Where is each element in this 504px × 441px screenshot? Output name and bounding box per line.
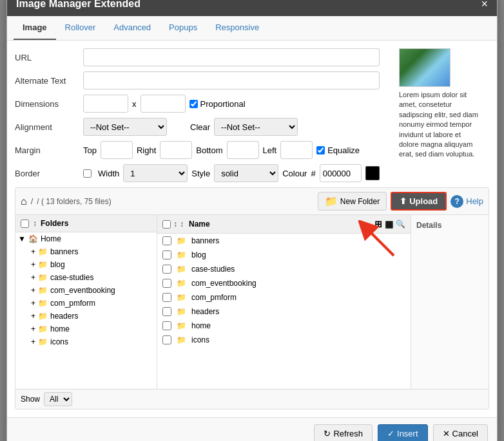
border-style-select[interactable]: solid: [214, 164, 278, 182]
color-hash: #: [311, 169, 315, 178]
file-check-headers[interactable]: [162, 307, 171, 316]
tab-image[interactable]: Image: [14, 16, 56, 40]
folder-icon-case-studies: 📁: [38, 273, 48, 282]
cancel-label: Cancel: [452, 429, 478, 438]
refresh-button[interactable]: ↻ Refresh: [314, 424, 373, 441]
file-check-banners[interactable]: [162, 236, 171, 245]
tab-rollover[interactable]: Rollover: [56, 16, 105, 40]
tree-item-headers[interactable]: + 📁 headers: [15, 310, 157, 323]
tree-item-home[interactable]: ▼ 🏠 Home: [15, 232, 157, 245]
modal-close-button[interactable]: ×: [481, 0, 488, 10]
color-input[interactable]: [320, 164, 362, 182]
tree-item-blog[interactable]: + 📁 blog: [15, 258, 157, 271]
file-folder-icon-home: 📁: [177, 321, 186, 330]
cancel-button[interactable]: ✕ Cancel: [433, 424, 488, 441]
clear-select[interactable]: --Not Set--: [214, 118, 298, 136]
details-label: Details: [416, 221, 441, 230]
file-item-home[interactable]: 📁 home: [157, 319, 411, 333]
upload-icon: ⬆: [400, 196, 407, 206]
alignment-select[interactable]: --Not Set--: [83, 118, 167, 136]
colour-label: Colour: [282, 169, 307, 178]
browser-columns: ↕ Folders ▼ 🏠 Home + 📁 banners: [15, 215, 489, 389]
file-item-headers[interactable]: 📁 headers: [157, 305, 411, 319]
file-item-blog[interactable]: 📁 blog: [157, 248, 411, 262]
folder-icon-home-sub: 📁: [38, 324, 48, 333]
insert-label: Insert: [397, 429, 418, 438]
equalize-checkbox[interactable]: [316, 146, 325, 155]
alt-input[interactable]: [83, 71, 380, 89]
insert-icon: ✓: [387, 429, 394, 438]
url-label: URL: [15, 53, 79, 62]
file-sort-icon[interactable]: ↕: [173, 220, 177, 229]
file-check-blog[interactable]: [162, 250, 171, 259]
details-panel: Details: [411, 215, 489, 389]
modal-body: Lorem ipsum dolor sit amet, consetetur s…: [7, 41, 497, 417]
proportional-checkbox[interactable]: [189, 100, 198, 108]
preview-image: [399, 48, 451, 87]
expand-icon: +: [31, 299, 35, 308]
file-item-com-pmform[interactable]: 📁 com_pmform: [157, 290, 411, 305]
height-input[interactable]: [141, 95, 186, 113]
file-check-eventbooking[interactable]: [162, 279, 171, 288]
tree-item-case-studies[interactable]: + 📁 case-studies: [15, 271, 157, 284]
margin-right-input[interactable]: [160, 141, 192, 159]
tab-advanced[interactable]: Advanced: [104, 16, 160, 40]
help-button[interactable]: ? Help: [451, 195, 483, 208]
alt-label: Alternate Text: [15, 76, 79, 86]
color-swatch[interactable]: [365, 166, 380, 180]
files-panel: ↕ ↕ Name ⊞ ▦ 🔍 📁 banners: [157, 215, 411, 389]
tree-folder-icon: 🏠: [28, 234, 38, 243]
file-item-com-eventbooking[interactable]: 📁 com_eventbooking: [157, 276, 411, 290]
search-icon[interactable]: 🔍: [396, 220, 405, 229]
tree-item-com-pmform[interactable]: + 📁 com_pmform: [15, 297, 157, 310]
breadcrumb: / ( 13 folders, 75 files): [37, 197, 314, 206]
folder-icon-banners: 📁: [38, 247, 48, 256]
new-folder-button[interactable]: 📁 New Folder: [318, 192, 387, 211]
list-view-icon[interactable]: ▦: [385, 219, 393, 229]
tree-item-banners[interactable]: + 📁 banners: [15, 245, 157, 258]
align-label: Alignment: [15, 122, 79, 132]
folder-icon-com-eventbooking: 📁: [38, 286, 48, 295]
margin-top-input[interactable]: [101, 141, 133, 159]
margin-left-input[interactable]: [280, 141, 313, 159]
expand-icon: +: [31, 312, 35, 321]
tree-item-home-sub[interactable]: + 📁 home: [15, 323, 157, 335]
expand-icon: +: [31, 247, 35, 256]
equalize-label[interactable]: Equalize: [316, 145, 360, 155]
url-input[interactable]: [83, 48, 380, 66]
file-item-banners[interactable]: 📁 banners: [157, 234, 411, 248]
browser-toolbar: ⌂ / / ( 13 folders, 75 files) 📁 New Fold…: [15, 188, 489, 215]
folder-icon-com-pmform: 📁: [38, 299, 48, 308]
top-label: Top: [83, 145, 97, 155]
tree-item-icons[interactable]: + 📁 icons: [15, 335, 157, 348]
proportional-label[interactable]: Proportional: [189, 99, 246, 109]
file-sort-icon2[interactable]: ↕: [180, 220, 184, 229]
file-folder-icon-headers: 📁: [177, 307, 186, 316]
upload-button[interactable]: ⬆ Upload: [391, 192, 447, 211]
tab-responsive[interactable]: Responsive: [206, 16, 268, 40]
expand-icon: +: [31, 273, 35, 282]
border-width-select[interactable]: 1: [123, 164, 188, 182]
border-checkbox[interactable]: [83, 169, 92, 178]
file-item-case-studies[interactable]: 📁 case-studies: [157, 262, 411, 276]
show-select[interactable]: All: [44, 392, 72, 406]
tab-popups[interactable]: Popups: [160, 16, 206, 40]
file-check-case[interactable]: [162, 265, 171, 274]
width-input[interactable]: [83, 95, 128, 113]
sort-icon[interactable]: ↕: [33, 219, 37, 228]
file-check-home[interactable]: [162, 321, 171, 330]
file-check-icons[interactable]: [162, 335, 171, 344]
home-button[interactable]: ⌂: [21, 196, 27, 207]
folder-select-all[interactable]: [21, 220, 29, 228]
files-select-all[interactable]: [162, 220, 171, 229]
modal-title: Image Manager Extended: [16, 0, 141, 10]
insert-button[interactable]: ✓ Insert: [378, 424, 428, 441]
file-check-pmform[interactable]: [162, 293, 171, 302]
expand-icon: +: [31, 337, 35, 346]
tab-bar: Image Rollover Advanced Popups Responsiv…: [7, 16, 497, 41]
file-item-icons[interactable]: 📁 icons: [157, 333, 411, 347]
preview-panel: Lorem ipsum dolor sit amet, consetetur s…: [399, 48, 489, 160]
tree-item-com-eventbooking[interactable]: + 📁 com_eventbooking: [15, 284, 157, 297]
margin-bottom-input[interactable]: [227, 141, 259, 159]
grid-view-icon[interactable]: ⊞: [374, 219, 382, 229]
